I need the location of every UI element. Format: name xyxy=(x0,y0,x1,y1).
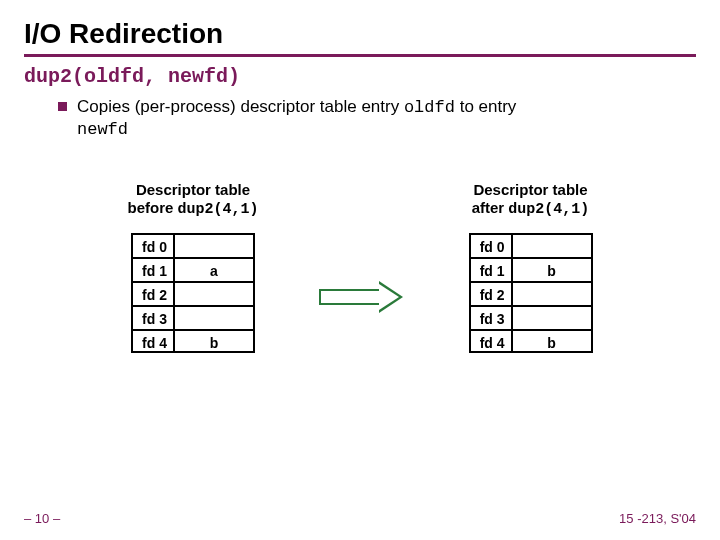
before-caption-mono: dup2(4,1) xyxy=(178,201,259,218)
fd-cell: b xyxy=(513,257,593,281)
fd-label: fd 1 xyxy=(469,257,513,281)
after-caption-line1: Descriptor table xyxy=(473,181,587,198)
after-table-block: Descriptor table after dup2(4,1) fd 0 fd… xyxy=(469,181,593,353)
table-row: fd 1a xyxy=(131,257,255,281)
before-caption: Descriptor table before dup2(4,1) xyxy=(127,181,258,219)
slide-number: – 10 – xyxy=(24,511,60,526)
fd-cell xyxy=(175,281,255,305)
fd-label: fd 0 xyxy=(131,233,175,257)
slide-title: I/O Redirection xyxy=(0,0,720,52)
fd-cell xyxy=(175,233,255,257)
before-caption-pre: before xyxy=(127,199,177,216)
diagram-area: Descriptor table before dup2(4,1) fd 0 f… xyxy=(0,181,720,353)
fd-label: fd 3 xyxy=(469,305,513,329)
fd-cell: b xyxy=(513,329,593,353)
bullet-mono-newfd: newfd xyxy=(77,120,128,139)
after-caption-mono: dup2(4,1) xyxy=(508,201,589,218)
table-row: fd 0 xyxy=(469,233,593,257)
bullet-item: Copies (per-process) descriptor table en… xyxy=(0,88,720,141)
table-row: fd 3 xyxy=(131,305,255,329)
fd-cell xyxy=(513,281,593,305)
bullet-text: Copies (per-process) descriptor table en… xyxy=(77,96,516,141)
fd-label: fd 0 xyxy=(469,233,513,257)
bullet-pre: Copies (per-process) descriptor table en… xyxy=(77,97,404,116)
fd-label: fd 2 xyxy=(469,281,513,305)
table-row: fd 0 xyxy=(131,233,255,257)
arrow-icon xyxy=(319,283,409,311)
after-caption: Descriptor table after dup2(4,1) xyxy=(469,181,593,219)
table-row: fd 2 xyxy=(469,281,593,305)
before-table: fd 0 fd 1a fd 2 fd 3 fd 4b xyxy=(131,233,255,353)
function-signature: dup2(oldfd, newfd) xyxy=(0,57,720,88)
course-label: 15 -213, S'04 xyxy=(619,511,696,526)
fd-label: fd 2 xyxy=(131,281,175,305)
fd-cell xyxy=(513,233,593,257)
bullet-mono-oldfd: oldfd xyxy=(404,98,455,117)
bullet-icon xyxy=(58,102,67,111)
fd-label: fd 4 xyxy=(469,329,513,353)
before-caption-line1: Descriptor table xyxy=(136,181,250,198)
table-row: fd 4b xyxy=(131,329,255,353)
after-caption-pre: after xyxy=(472,199,509,216)
before-table-block: Descriptor table before dup2(4,1) fd 0 f… xyxy=(127,181,258,353)
table-row: fd 3 xyxy=(469,305,593,329)
fd-label: fd 4 xyxy=(131,329,175,353)
fd-label: fd 1 xyxy=(131,257,175,281)
fd-cell xyxy=(513,305,593,329)
fd-cell: b xyxy=(175,329,255,353)
bullet-mid: to entry xyxy=(455,97,516,116)
fd-label: fd 3 xyxy=(131,305,175,329)
after-table: fd 0 fd 1b fd 2 fd 3 fd 4b xyxy=(469,233,593,353)
table-row: fd 1b xyxy=(469,257,593,281)
table-row: fd 2 xyxy=(131,281,255,305)
fd-cell xyxy=(175,305,255,329)
fd-cell: a xyxy=(175,257,255,281)
table-row: fd 4b xyxy=(469,329,593,353)
